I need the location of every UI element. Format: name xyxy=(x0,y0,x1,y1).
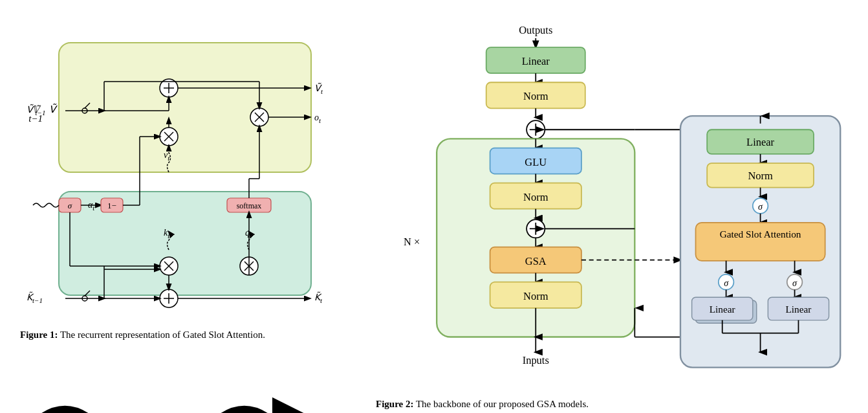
svg-text:σ: σ xyxy=(724,278,729,288)
svg-text:Ṽ: Ṽ xyxy=(49,103,58,115)
right-caption-text: Figure 2: The backbone of our proposed G… xyxy=(376,399,589,409)
glu-label: GLU xyxy=(525,156,547,168)
left-diagram-svg: Ṽ t−1 𝕍̃ Ṽ t−1 xyxy=(20,16,356,322)
left-figure: Ṽ t−1 𝕍̃ Ṽ t−1 xyxy=(20,16,356,397)
svg-text:ot: ot xyxy=(314,113,321,124)
left-caption: Figure 1: The recurrent representation o… xyxy=(20,328,356,413)
detail-linear-right-label: Linear xyxy=(786,304,812,315)
norm2-label: Norm xyxy=(523,191,548,203)
svg-text:Ṽt: Ṽt xyxy=(314,82,323,95)
svg-rect-0 xyxy=(59,43,311,172)
right-figure: Outputs Linear Norm xyxy=(376,16,848,397)
svg-rect-1 xyxy=(59,192,311,295)
left-caption-text: Figure 1: The recurrent representation o… xyxy=(20,329,356,413)
svg-text:σ: σ xyxy=(792,278,797,288)
gsa-detail-label: Gated Slot Attention xyxy=(720,229,801,240)
svg-text:1−: 1− xyxy=(107,201,116,210)
svg-text:softmax: softmax xyxy=(237,201,262,210)
detail-norm-label: Norm xyxy=(748,170,773,182)
detail-linear-left-label: Linear xyxy=(710,304,735,315)
detail-linear-top-label: Linear xyxy=(746,136,774,148)
outputs-label: Outputs xyxy=(519,24,552,36)
right-caption: Figure 2: The backbone of our proposed G… xyxy=(376,397,848,412)
norm1-label: Norm xyxy=(523,90,548,102)
nx-label: N × xyxy=(404,236,420,248)
svg-text:σ: σ xyxy=(758,201,763,212)
svg-text:σ: σ xyxy=(68,201,72,210)
gsa-label: GSA xyxy=(525,255,547,267)
left-diagram: Ṽ t−1 𝕍̃ Ṽ t−1 xyxy=(20,16,356,322)
right-diagram-svg: Outputs Linear Norm xyxy=(376,16,848,392)
norm3-label: Norm xyxy=(523,290,548,302)
svg-text:K̃t: K̃t xyxy=(314,291,323,304)
svg-text:K̃t−1: K̃t−1 xyxy=(27,291,43,304)
inputs-label: Inputs xyxy=(523,354,549,366)
right-diagram: Outputs Linear Norm xyxy=(376,16,848,392)
main-container: Ṽ t−1 𝕍̃ Ṽ t−1 xyxy=(14,9,854,404)
linear-top-label: Linear xyxy=(522,55,550,67)
